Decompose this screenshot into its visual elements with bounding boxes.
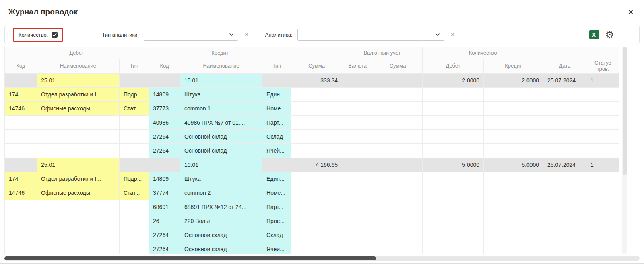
cell-r12-c9[interactable] xyxy=(423,242,484,254)
cell-r10-c1[interactable] xyxy=(37,214,120,228)
cell-r6-c10[interactable]: 5.0000 xyxy=(484,158,543,172)
cell-r10-c2[interactable] xyxy=(120,214,149,228)
cell-r11-c12[interactable] xyxy=(586,228,619,242)
cell-r11-c4[interactable]: Основной склад xyxy=(180,228,262,242)
cell-r2-c1[interactable]: Офисные расходы xyxy=(37,102,120,116)
cell-r10-c4[interactable]: 220 Вольт xyxy=(180,214,262,228)
cell-r11-c10[interactable] xyxy=(484,228,543,242)
cell-r2-c12[interactable] xyxy=(586,102,619,116)
cell-r4-c8[interactable] xyxy=(373,130,423,144)
cell-r1-c3[interactable]: 14809 xyxy=(149,88,180,102)
cell-r8-c6[interactable] xyxy=(291,186,342,200)
cell-r3-c3[interactable]: 40986 xyxy=(149,116,180,130)
cell-r6-c8[interactable] xyxy=(373,158,423,172)
cell-r6-c3[interactable] xyxy=(149,158,180,172)
cell-r9-c8[interactable] xyxy=(373,200,423,214)
cell-r5-c2[interactable] xyxy=(120,144,149,158)
cell-r7-c2[interactable]: Подр... xyxy=(120,172,149,186)
cell-r6-c5[interactable] xyxy=(262,158,291,172)
cell-r11-c9[interactable] xyxy=(423,228,484,242)
col-header-qty-credit[interactable]: Кредит xyxy=(484,59,543,74)
cell-r0-c5[interactable] xyxy=(262,74,291,88)
cell-r12-c4[interactable]: Основной склад xyxy=(180,242,262,254)
cell-r2-c3[interactable]: 37773 xyxy=(149,102,180,116)
cell-r3-c10[interactable] xyxy=(484,116,543,130)
cell-r3-c9[interactable] xyxy=(423,116,484,130)
cell-r4-c1[interactable] xyxy=(37,130,120,144)
cell-r0-c7[interactable] xyxy=(342,74,373,88)
cell-r11-c1[interactable] xyxy=(37,228,120,242)
col-header-currency-sum[interactable]: Сумма xyxy=(373,59,423,74)
cell-r5-c7[interactable] xyxy=(342,144,373,158)
cell-r7-c4[interactable]: Штука xyxy=(180,172,262,186)
cell-r0-c9[interactable]: 2.0000 xyxy=(423,74,484,88)
cell-r12-c12[interactable] xyxy=(586,242,619,254)
col-header-credit-name[interactable]: Наименование xyxy=(180,59,262,74)
cell-r6-c7[interactable] xyxy=(342,158,373,172)
cell-r8-c4[interactable]: common 2 xyxy=(180,186,262,200)
cell-r1-c2[interactable]: Подр... xyxy=(120,88,149,102)
cell-r7-c9[interactable] xyxy=(423,172,484,186)
cell-r2-c0[interactable]: 14746 xyxy=(5,102,37,116)
cell-r8-c8[interactable] xyxy=(373,186,423,200)
close-icon[interactable]: ✕ xyxy=(627,8,634,16)
cell-r2-c4[interactable]: common 1 xyxy=(180,102,262,116)
cell-r6-c0[interactable] xyxy=(5,158,37,172)
cell-r12-c3[interactable]: 27264 xyxy=(149,242,180,254)
cell-r7-c11[interactable] xyxy=(543,172,586,186)
cell-r10-c3[interactable]: 26 xyxy=(149,214,180,228)
cell-r9-c5[interactable]: Парт... xyxy=(262,200,291,214)
cell-r12-c2[interactable] xyxy=(120,242,149,254)
cell-r7-c6[interactable] xyxy=(291,172,342,186)
cell-r10-c9[interactable] xyxy=(423,214,484,228)
col-header-status[interactable]: Статус пров. xyxy=(586,59,619,74)
cell-r4-c4[interactable]: Основной склад xyxy=(180,130,262,144)
cell-r11-c6[interactable] xyxy=(291,228,342,242)
cell-r10-c12[interactable] xyxy=(586,214,619,228)
cell-r0-c11[interactable]: 25.07.2024 xyxy=(543,74,586,88)
cell-r1-c4[interactable]: Штука xyxy=(180,88,262,102)
settings-gear-icon[interactable]: ⚙ xyxy=(605,30,614,40)
col-header-debit-name[interactable]: Наименование xyxy=(37,59,120,74)
cell-r4-c10[interactable] xyxy=(484,130,543,144)
cell-r7-c10[interactable] xyxy=(484,172,543,186)
cell-r4-c12[interactable] xyxy=(586,130,619,144)
col-header-debit-type[interactable]: Тип xyxy=(120,59,149,74)
cell-r8-c7[interactable] xyxy=(342,186,373,200)
cell-r5-c3[interactable]: 27264 xyxy=(149,144,180,158)
cell-r5-c11[interactable] xyxy=(543,144,586,158)
cell-r0-c8[interactable] xyxy=(373,74,423,88)
cell-r11-c2[interactable] xyxy=(120,228,149,242)
cell-r3-c12[interactable] xyxy=(586,116,619,130)
excel-export-button[interactable]: X xyxy=(589,30,599,39)
cell-r11-c7[interactable] xyxy=(342,228,373,242)
cell-r6-c2[interactable] xyxy=(120,158,149,172)
cell-r0-c12[interactable]: 1 xyxy=(586,74,619,88)
cell-r12-c11[interactable] xyxy=(543,242,586,254)
cell-r3-c2[interactable] xyxy=(120,116,149,130)
cell-r1-c0[interactable]: 174 xyxy=(5,88,37,102)
cell-r5-c0[interactable] xyxy=(5,144,37,158)
cell-r9-c0[interactable] xyxy=(5,200,37,214)
cell-r4-c6[interactable] xyxy=(291,130,342,144)
cell-r2-c5[interactable]: Номе... xyxy=(262,102,291,116)
cell-r7-c3[interactable]: 14809 xyxy=(149,172,180,186)
cell-r1-c9[interactable] xyxy=(423,88,484,102)
col-header-date[interactable]: Дата xyxy=(543,59,586,74)
cell-r2-c10[interactable] xyxy=(484,102,543,116)
cell-r6-c4[interactable]: 10.01 xyxy=(180,158,262,172)
cell-r11-c3[interactable]: 27264 xyxy=(149,228,180,242)
cell-r12-c5[interactable]: Ячей... xyxy=(262,242,291,254)
cell-r2-c11[interactable] xyxy=(543,102,586,116)
cell-r5-c9[interactable] xyxy=(423,144,484,158)
cell-r9-c7[interactable] xyxy=(342,200,373,214)
cell-r3-c1[interactable] xyxy=(37,116,120,130)
cell-r1-c7[interactable] xyxy=(342,88,373,102)
cell-r3-c6[interactable] xyxy=(291,116,342,130)
cell-r6-c11[interactable]: 25.07.2024 xyxy=(543,158,586,172)
cell-r11-c0[interactable] xyxy=(5,228,37,242)
cell-r2-c7[interactable] xyxy=(342,102,373,116)
cell-r0-c6[interactable]: 333.34 xyxy=(291,74,342,88)
quantity-checkbox[interactable] xyxy=(52,32,58,38)
cell-r12-c0[interactable] xyxy=(5,242,37,254)
